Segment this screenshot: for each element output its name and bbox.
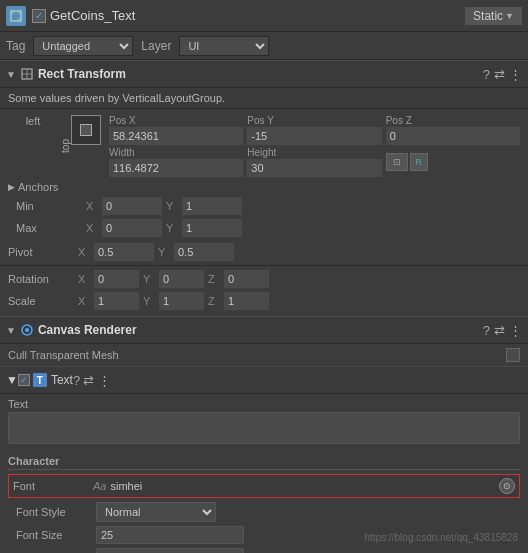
font-size-row: Font Size xyxy=(8,524,520,546)
pos-grid: Pos X Pos Y Pos Z Width Height ⊡ R xyxy=(109,115,520,177)
text-component-title: Text xyxy=(51,373,73,387)
pivot-y-pair: Y xyxy=(158,243,234,261)
active-checkbox[interactable] xyxy=(32,9,46,23)
canvas-settings-icon[interactable]: ⇄ xyxy=(494,323,505,338)
rotation-fields: X Y Z xyxy=(78,270,520,288)
rect-visual xyxy=(71,115,101,145)
cull-label: Cull Transparent Mesh xyxy=(8,349,506,361)
static-dropdown-arrow: ▼ xyxy=(505,11,514,21)
canvas-help-icon[interactable]: ? xyxy=(483,323,490,338)
line-spacing-input[interactable] xyxy=(96,548,244,553)
rotation-y-input[interactable] xyxy=(159,270,204,288)
settings-icon[interactable]: ⇄ xyxy=(494,67,505,82)
left-text: left xyxy=(26,115,41,127)
layer-label: Layer xyxy=(141,39,171,53)
anchors-min-y-input[interactable] xyxy=(182,197,242,215)
tag-label: Tag xyxy=(6,39,25,53)
anchors-section: ▶ Anchors Min X Y Max X xyxy=(0,179,528,241)
rotation-z-input[interactable] xyxy=(224,270,269,288)
canvas-menu-icon[interactable]: ⋮ xyxy=(509,323,522,338)
height-label: Height xyxy=(247,147,381,158)
canvas-renderer-header: ▼ Canvas Renderer ? ⇄ ⋮ xyxy=(0,316,528,344)
object-icon xyxy=(6,6,26,26)
static-label: Static xyxy=(473,9,503,23)
left-label-area: left xyxy=(8,115,58,129)
canvas-triangle[interactable]: ▼ xyxy=(6,325,16,336)
text-header-icons: ? ⇄ ⋮ xyxy=(73,373,111,388)
rect-inner xyxy=(80,124,92,136)
character-section: Character Font Aa simhei ⊙ Font Style No… xyxy=(0,451,528,553)
width-input[interactable] xyxy=(109,159,243,177)
rotation-x-letter: X xyxy=(78,273,92,285)
tag-select[interactable]: Untagged xyxy=(33,36,133,56)
font-row: Font Aa simhei ⊙ xyxy=(8,474,520,498)
pivot-row: Pivot X Y xyxy=(0,241,528,263)
text-settings-icon[interactable]: ⇄ xyxy=(83,373,94,388)
font-size-input[interactable] xyxy=(96,526,244,544)
pivot-y-input[interactable] xyxy=(174,243,234,261)
text-help-icon[interactable]: ? xyxy=(73,373,80,388)
rotation-row: Rotation X Y Z xyxy=(0,268,528,290)
font-style-select[interactable]: Normal xyxy=(96,502,216,522)
posy-cell: Pos Y xyxy=(247,115,381,145)
height-cell: Height xyxy=(247,147,381,177)
scale-y-input[interactable] xyxy=(159,292,204,310)
rotation-z-letter: Z xyxy=(208,273,222,285)
rotation-y-letter: Y xyxy=(143,273,157,285)
info-banner: Some values driven by VerticalLayoutGrou… xyxy=(0,88,528,109)
text-menu-icon[interactable]: ⋮ xyxy=(98,373,111,388)
scale-y-letter: Y xyxy=(143,295,157,307)
anchors-max-x-input[interactable] xyxy=(102,219,162,237)
posy-input[interactable] xyxy=(247,127,381,145)
rect-transform-header: ▼ Rect Transform ? ⇄ ⋮ xyxy=(0,60,528,88)
anchors-max-x-pair: X xyxy=(86,219,162,237)
rotation-x-input[interactable] xyxy=(94,270,139,288)
anchors-max-x-letter: X xyxy=(86,222,100,234)
svg-point-8 xyxy=(25,328,29,332)
layer-select[interactable]: UI xyxy=(179,36,269,56)
anchors-label: Anchors xyxy=(18,181,58,193)
text-textarea[interactable] xyxy=(8,412,520,444)
pivot-x-input[interactable] xyxy=(94,243,154,261)
line-spacing-row: Line Spacing xyxy=(8,546,520,553)
menu-icon[interactable]: ⋮ xyxy=(509,67,522,82)
anchors-max-y-input[interactable] xyxy=(182,219,242,237)
posx-input[interactable] xyxy=(109,127,243,145)
scale-x-input[interactable] xyxy=(94,292,139,310)
text-active-checkbox[interactable] xyxy=(18,374,30,386)
anchors-min-label: Min xyxy=(16,200,86,212)
pivot-y-letter: Y xyxy=(158,246,172,258)
anchors-triangle[interactable]: ▶ xyxy=(8,182,15,192)
rect-transform-header-icons: ? ⇄ ⋮ xyxy=(483,67,522,82)
scale-row: Scale X Y Z xyxy=(0,290,528,312)
text-triangle[interactable]: ▼ xyxy=(6,373,18,387)
font-style-label: Font Style xyxy=(16,506,96,518)
posz-input[interactable] xyxy=(386,127,520,145)
help-icon[interactable]: ? xyxy=(483,67,490,82)
canvas-header-icons: ? ⇄ ⋮ xyxy=(483,323,522,338)
posz-label: Pos Z xyxy=(386,115,520,126)
font-style-row: Font Style Normal xyxy=(8,500,520,524)
scale-fields: X Y Z xyxy=(78,292,520,310)
static-button[interactable]: Static ▼ xyxy=(465,7,522,25)
resize-btn-r[interactable]: R xyxy=(410,153,428,171)
resize-btn-square[interactable]: ⊡ xyxy=(386,153,408,171)
rotation-label: Rotation xyxy=(8,273,78,285)
cull-checkbox[interactable] xyxy=(506,348,520,362)
posx-cell: Pos X xyxy=(109,115,243,145)
divider1 xyxy=(0,265,528,266)
pivot-x-pair: X xyxy=(78,243,154,261)
height-input[interactable] xyxy=(247,159,381,177)
font-select-button[interactable]: ⊙ xyxy=(499,478,515,494)
collapse-triangle[interactable]: ▼ xyxy=(6,69,16,80)
text-t-icon: T xyxy=(33,373,47,387)
tag-row: Tag Untagged Layer UI xyxy=(0,32,528,60)
rotation-z-pair: Z xyxy=(208,270,269,288)
text-component-header: ▼ T Text ? ⇄ ⋮ xyxy=(0,366,528,394)
anchors-max-y-pair: Y xyxy=(166,219,242,237)
transform-body: left top Pos X Pos Y Pos Z Width xyxy=(0,109,528,316)
anchors-min-x-input[interactable] xyxy=(102,197,162,215)
anchors-min-x-letter: X xyxy=(86,200,100,212)
scale-z-input[interactable] xyxy=(224,292,269,310)
top-bar: GetCoins_Text Static ▼ xyxy=(0,0,528,32)
